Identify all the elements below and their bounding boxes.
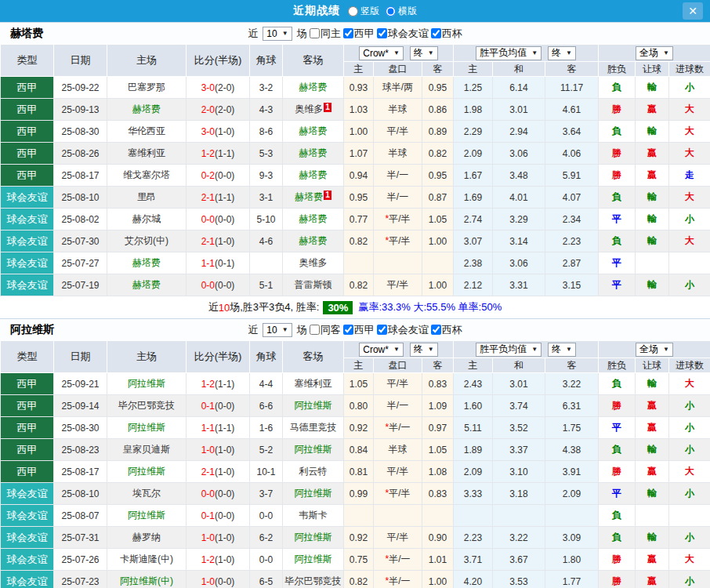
col-result: 胜负 <box>599 62 636 77</box>
handicap: *平/半 <box>374 209 422 230</box>
avg-draw: 3.53 <box>493 571 545 588</box>
avg-away: 2.87 <box>545 252 599 274</box>
near-label: 近 <box>248 323 258 337</box>
col-let-goal: 让球 <box>636 358 669 373</box>
result: 負 <box>599 439 636 461</box>
corner-score: 4-6 <box>250 230 283 252</box>
handicap: 球半/两 <box>374 77 422 99</box>
let-result: 贏 <box>636 165 669 187</box>
score: 3-0(1-0) <box>187 121 250 143</box>
match-date: 25-09-13 <box>54 99 107 121</box>
avg-away: 3.91 <box>545 461 599 483</box>
avg-home: 4.20 <box>454 571 493 588</box>
same-venue-checkbox[interactable] <box>310 28 320 38</box>
close-icon[interactable]: ✕ <box>683 2 703 20</box>
avg-away <box>545 505 599 527</box>
table-row: 西甲25-08-17阿拉维斯2-1(1-0)10-1利云特0.81平/半1.08… <box>1 461 710 483</box>
corner-score: 0-0 <box>250 505 283 527</box>
goals-result: 大 <box>669 99 710 121</box>
scope-select[interactable]: 全场▼ <box>636 46 673 60</box>
match-date: 25-07-30 <box>54 230 107 252</box>
corner-score: 10-1 <box>250 461 283 483</box>
vertical-layout-radio[interactable] <box>348 6 358 16</box>
goals-result: 小 <box>669 439 710 461</box>
table-row: 球会友谊25-07-26卡斯迪隆(中)1-2(1-0)0-0阿拉维斯0.75*半… <box>1 549 710 571</box>
let-result: 贏 <box>636 549 669 571</box>
result: 勝 <box>599 571 636 588</box>
avg-type-select[interactable]: 胜平负均值▼ <box>476 343 542 357</box>
handicap: *平/半 <box>374 483 422 505</box>
col-odds-home: 主 <box>344 358 374 373</box>
home-team: 赫罗纳 <box>107 527 187 549</box>
match-date: 25-08-30 <box>54 121 107 143</box>
final-odds-select[interactable]: 终▼ <box>410 46 438 60</box>
away-team: 阿拉维斯 <box>283 549 344 571</box>
cup-checkbox[interactable] <box>431 325 441 335</box>
same-venue-checkbox[interactable] <box>310 325 320 335</box>
score: 1-2(1-0) <box>187 549 250 571</box>
odds-home: 0.99 <box>344 483 374 505</box>
horizontal-layout-radio[interactable] <box>386 6 396 16</box>
odds-away: 0.86 <box>422 99 454 121</box>
corner-score: 6-6 <box>250 395 283 417</box>
match-type-cell: 西甲 <box>1 77 54 99</box>
goals-result: 小 <box>669 209 710 230</box>
corner-score: 8-6 <box>250 121 283 143</box>
corner-score: 4-4 <box>250 373 283 395</box>
table-row: 西甲25-08-30阿拉维斯1-1(1-1)1-6马德里竞技0.92*半/一0.… <box>1 417 710 439</box>
col-type: 类型 <box>1 341 54 373</box>
final-odds-select[interactable]: 终▼ <box>410 343 438 357</box>
league-checkbox[interactable] <box>343 28 353 38</box>
match-date: 25-07-31 <box>54 527 107 549</box>
odds-away <box>422 252 454 274</box>
col-corner: 角球 <box>250 45 283 77</box>
result: 負 <box>599 373 636 395</box>
avg-draw: 3.06 <box>493 252 545 274</box>
match-date: 25-08-02 <box>54 209 107 230</box>
cup-checkbox[interactable] <box>431 28 441 38</box>
avg-away: 5.91 <box>545 165 599 187</box>
match-count-select[interactable]: 10▼ <box>263 323 292 337</box>
win-rate-badge: 30% <box>323 301 353 314</box>
col-let-goal: 让球 <box>636 62 669 77</box>
scope-select[interactable]: 全场▼ <box>636 343 673 357</box>
score: 2-0(2-0) <box>187 99 250 121</box>
corner-score: 5-3 <box>250 143 283 165</box>
corner-score: 3-7 <box>250 483 283 505</box>
odds-home: 0.82 <box>344 230 374 252</box>
match-date: 25-08-23 <box>54 439 107 461</box>
col-result: 胜负 <box>599 358 636 373</box>
away-team: 马德里竞技 <box>283 417 344 439</box>
score: 0-1(0-0) <box>187 395 250 417</box>
bookmaker-select[interactable]: Crow*▼ <box>359 46 404 60</box>
match-type-cell: 西甲 <box>1 165 54 187</box>
score: 0-0(0-0) <box>187 209 250 230</box>
avg-draw: 3.14 <box>493 230 545 252</box>
friendly-checkbox[interactable] <box>377 28 387 38</box>
away-team: 赫塔费 <box>283 143 344 165</box>
friendly-checkbox[interactable] <box>377 325 387 335</box>
final-avg-select[interactable]: 终▼ <box>548 46 576 60</box>
away-team: 赫塔费 <box>283 165 344 187</box>
match-count-select[interactable]: 10▼ <box>263 27 292 41</box>
avg-home: 1.67 <box>454 165 493 187</box>
handicap: *半/一 <box>374 417 422 439</box>
odds-home: 0.81 <box>344 461 374 483</box>
league-checkbox[interactable] <box>343 325 353 335</box>
bookmaker-select[interactable]: Crow*▼ <box>359 343 404 357</box>
home-team: 巴塞罗那 <box>107 77 187 99</box>
avg-draw: 2.94 <box>493 121 545 143</box>
away-team: 普雷斯顿 <box>283 274 344 296</box>
avg-type-select[interactable]: 胜平负均值▼ <box>476 46 542 60</box>
home-team: 阿拉维斯 <box>107 461 187 483</box>
odds-away: 0.90 <box>422 527 454 549</box>
table-row: 球会友谊25-07-23阿拉维斯(中)1-0(0-0)6-5毕尔巴鄂竞技0.82… <box>1 571 710 588</box>
col-away: 客场 <box>283 45 344 77</box>
match-type-cell: 西甲 <box>1 417 54 439</box>
final-avg-select[interactable]: 终▼ <box>548 343 576 357</box>
games-label: 场 <box>297 323 307 337</box>
avg-home: 1.60 <box>454 395 493 417</box>
avg-home: 3.71 <box>454 549 493 571</box>
avg-draw <box>493 505 545 527</box>
match-type-cell: 西甲 <box>1 439 54 461</box>
